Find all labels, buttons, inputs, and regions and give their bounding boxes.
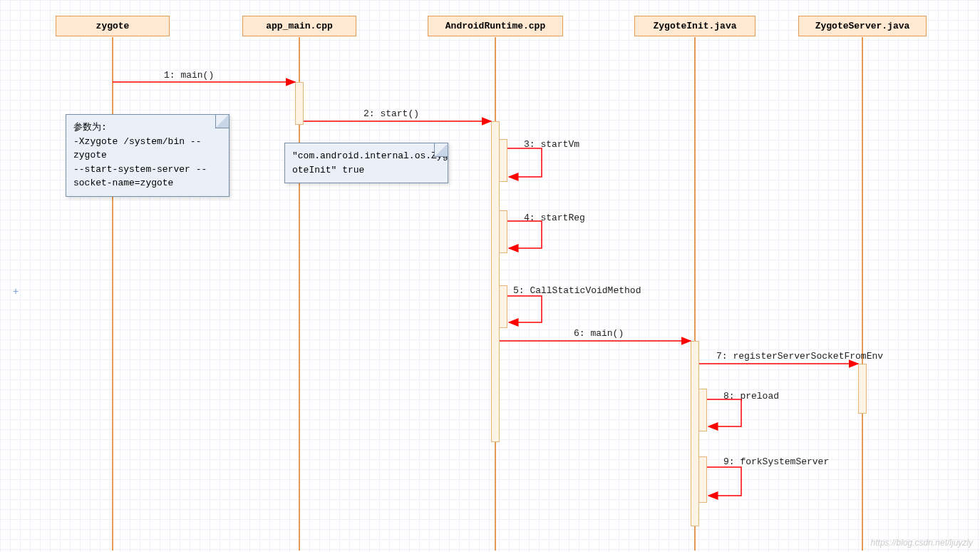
activation-app-main <box>295 82 304 125</box>
msg-1-label: 1: main() <box>164 70 214 81</box>
note-zygote-params: 参数为: -Xzygote /system/bin --zygote --sta… <box>66 114 229 197</box>
lifeline-zygote-server <box>862 37 863 551</box>
participant-app-main: app_main.cpp <box>242 16 356 36</box>
participant-android-runtime: AndroidRuntime.cpp <box>428 16 563 36</box>
activation-preload <box>698 389 707 431</box>
activation-startreg <box>499 210 507 253</box>
participant-zygote-init: ZygoteInit.java <box>634 16 755 36</box>
activation-zygote-server <box>858 364 867 414</box>
note-2-text: "com.android.internal.os.Zyg oteInit" tr… <box>292 150 448 175</box>
watermark: https://blog.csdn.net/ljuyzly <box>871 538 973 548</box>
participant-zygote: zygote <box>56 16 170 36</box>
ruler-cross-icon: + <box>13 285 19 297</box>
msg-5-label: 5: CallStaticVoidMethod <box>513 285 641 296</box>
msg-4-label: 4: startReg <box>524 213 585 223</box>
participant-zygote-server: ZygoteServer.java <box>798 16 927 36</box>
msg-3-label: 3: startVm <box>524 139 579 150</box>
msg-9-label: 9: forkSystemServer <box>723 456 829 467</box>
msg-6-label: 6: main() <box>574 328 624 339</box>
msg-7-label: 7: registerServerSocketFromEnv <box>716 351 883 362</box>
activation-fork <box>698 456 707 503</box>
msg-8-label: 8: preload <box>723 391 779 402</box>
activation-startvm <box>499 139 507 182</box>
grid-background <box>0 0 980 552</box>
note-1-text: 参数为: -Xzygote /system/bin --zygote --sta… <box>73 122 207 188</box>
msg-2-label: 2: start() <box>363 108 419 119</box>
activation-callstatic <box>499 285 507 328</box>
note-start-args: "com.android.internal.os.Zyg oteInit" tr… <box>284 143 448 183</box>
